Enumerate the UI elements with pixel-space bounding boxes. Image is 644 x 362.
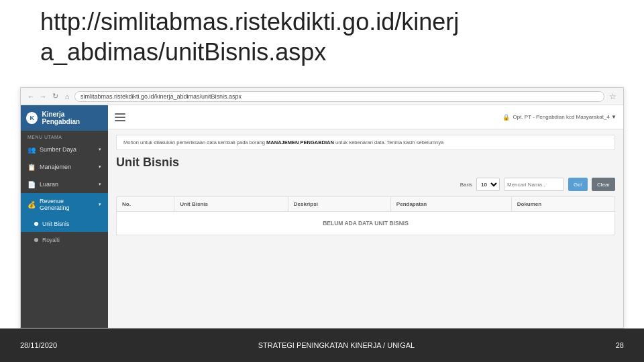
col-dokumen: Dokumen — [511, 197, 614, 212]
footer-title: STRATEGI PENINGKATAN KINERJA / UNIGAL — [258, 341, 415, 349]
empty-message: BELUM ADA DATA UNIT BISNIS — [117, 212, 615, 235]
chevron-icon: ▾ — [99, 202, 101, 207]
rows-select[interactable]: 10 25 50 — [476, 178, 500, 191]
browser-window: ← → ↻ ⌂ simlitabmas.ristekdikti.go.id/ki… — [20, 87, 624, 328]
col-no: No. — [117, 197, 174, 212]
url-bar[interactable]: simlitabmas.ristekdikti.go.id/kinerja_ab… — [74, 91, 604, 102]
logo-text: Kinerja Pengabdian — [42, 111, 103, 125]
user-label: Opt. PT - Pengabdian kcd Masyarakat_4 ▼ — [513, 114, 616, 120]
luaran-icon: 📄 — [28, 180, 36, 188]
sidebar-item-revenue[interactable]: 💰 Revenue Generating ▾ — [21, 193, 108, 216]
sidebar-logo: K Kinerja Pengabdian — [21, 105, 108, 131]
page-title: Unit Bisnis — [116, 156, 615, 170]
notice-bold: MANAJEMEN PENGABDIAN — [266, 139, 334, 145]
data-table: No. Unit Bisnis Deskripsi Pendapatan Dok… — [116, 196, 615, 235]
main-content: 🔒 Opt. PT - Pengabdian kcd Masyarakat_4 … — [108, 105, 623, 328]
table-controls: Baris 10 25 50 Go! Clear — [116, 178, 615, 191]
sumber-daya-icon: 👥 — [28, 145, 36, 154]
top-bar: 🔒 Opt. PT - Pengabdian kcd Masyarakat_4 … — [108, 105, 623, 129]
footer-date: 28/11/2020 — [20, 341, 57, 349]
col-unit-bisnis: Unit Bisnis — [174, 197, 288, 212]
search-input[interactable] — [504, 178, 564, 191]
notice-text: Mohon untuk dilakukan pemeriksaan data k… — [123, 139, 266, 145]
notice-bar: Mohon untuk dilakukan pemeriksaan data k… — [116, 135, 615, 150]
sidebar-label: Manajemen — [40, 164, 71, 170]
notice-end: untuk kebenaran data. Terima kasih sebel… — [335, 139, 443, 145]
sidebar-item-royalti[interactable]: Royalti — [21, 232, 108, 248]
sidebar-item-luaran[interactable]: 📄 Luaran ▾ — [21, 176, 108, 193]
sidebar-label: Luaran — [40, 181, 58, 188]
sidebar-label: Sumber Daya — [40, 146, 76, 153]
sidebar-label: Revenue Generating — [40, 198, 95, 211]
rows-label: Baris — [460, 182, 472, 188]
col-deskripsi: Deskripsi — [288, 197, 390, 212]
url-text: simlitabmas.ristekdikti.go.id/kinerja_ab… — [80, 93, 241, 100]
user-icon: 🔒 — [502, 114, 510, 121]
sidebar-item-unit-bisnis[interactable]: Unit Bisnis — [21, 216, 108, 232]
clear-button[interactable]: Clear — [592, 178, 615, 191]
table-header-row: No. Unit Bisnis Deskripsi Pendapatan Dok… — [117, 197, 615, 212]
col-pendapatan: Pendapatan — [390, 197, 511, 212]
sidebar-label: Unit Bisnis — [42, 221, 69, 227]
title-line2: a_abdimas/unitBisnis.aspx — [40, 37, 604, 67]
back-button[interactable]: ← — [26, 92, 36, 101]
content-body: Mohon untuk dilakukan pemeriksaan data k… — [108, 129, 623, 328]
slide-title: http://simlitabmas.ristekdikti.go.id/kin… — [40, 7, 604, 67]
go-button[interactable]: Go! — [568, 178, 588, 191]
page-footer: 28/11/2020 STRATEGI PENINGKATAN KINERJA … — [0, 328, 644, 362]
app-layout: K Kinerja Pengabdian MENU UTAMA 👥 Sumber… — [21, 105, 623, 328]
manajemen-icon: 📋 — [28, 163, 36, 171]
home-button[interactable]: ⌂ — [62, 92, 72, 101]
browser-address-bar: ← → ↻ ⌂ simlitabmas.ristekdikti.go.id/ki… — [21, 88, 623, 105]
forward-button[interactable]: → — [38, 92, 48, 101]
chevron-icon: ▾ — [99, 182, 101, 187]
sidebar-item-sumber-daya[interactable]: 👥 Sumber Daya ▾ — [21, 141, 108, 158]
dot-icon — [34, 238, 38, 242]
revenue-icon: 💰 — [28, 200, 36, 208]
user-info[interactable]: 🔒 Opt. PT - Pengabdian kcd Masyarakat_4 … — [502, 114, 616, 121]
chevron-icon: ▾ — [99, 147, 101, 152]
title-line1: http://simlitabmas.ristekdikti.go.id/kin… — [40, 7, 604, 37]
sidebar-menu-header: MENU UTAMA — [21, 131, 108, 141]
chevron-icon: ▾ — [99, 164, 101, 170]
reload-button[interactable]: ↻ — [50, 92, 60, 101]
sidebar-item-manajemen[interactable]: 📋 Manajemen ▾ — [21, 158, 108, 176]
hamburger-menu[interactable] — [115, 113, 125, 121]
bookmark-icon[interactable]: ☆ — [607, 91, 618, 102]
empty-row: BELUM ADA DATA UNIT BISNIS — [117, 212, 615, 235]
sidebar-label: Royalti — [42, 237, 60, 243]
dot-icon — [34, 222, 38, 226]
logo-icon: K — [26, 112, 38, 124]
sidebar: K Kinerja Pengabdian MENU UTAMA 👥 Sumber… — [21, 105, 108, 328]
footer-page-number: 28 — [616, 341, 624, 349]
